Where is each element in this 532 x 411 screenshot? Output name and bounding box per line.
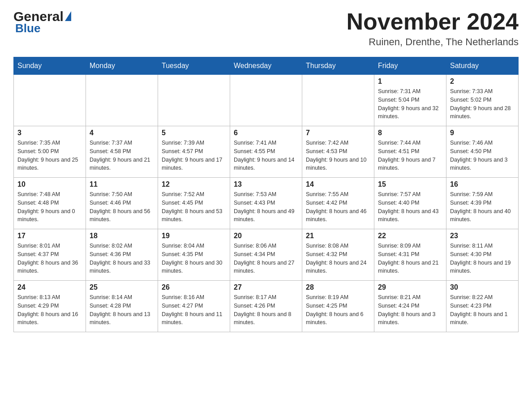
day-info: Sunrise: 7:33 AM Sunset: 5:02 PM Dayligh… bbox=[450, 87, 515, 121]
day-number: 19 bbox=[162, 232, 226, 240]
calendar-cell: 10Sunrise: 7:48 AM Sunset: 4:48 PM Dayli… bbox=[14, 178, 86, 229]
day-number: 10 bbox=[17, 180, 82, 188]
week-row: 10Sunrise: 7:48 AM Sunset: 4:48 PM Dayli… bbox=[14, 178, 519, 229]
day-number: 6 bbox=[234, 129, 298, 137]
day-info: Sunrise: 8:11 AM Sunset: 4:30 PM Dayligh… bbox=[450, 242, 515, 275]
calendar-cell: 27Sunrise: 8:17 AM Sunset: 4:26 PM Dayli… bbox=[230, 281, 302, 332]
day-info: Sunrise: 7:42 AM Sunset: 4:53 PM Dayligh… bbox=[306, 139, 370, 172]
calendar-cell: 3Sunrise: 7:35 AM Sunset: 5:00 PM Daylig… bbox=[14, 126, 86, 178]
day-of-week-header: Monday bbox=[86, 57, 158, 75]
logo: General Blue bbox=[13, 9, 71, 35]
calendar-cell bbox=[302, 75, 374, 126]
day-info: Sunrise: 7:35 AM Sunset: 5:00 PM Dayligh… bbox=[17, 139, 82, 172]
day-of-week-header: Saturday bbox=[446, 57, 519, 75]
calendar-cell: 18Sunrise: 8:02 AM Sunset: 4:36 PM Dayli… bbox=[86, 229, 158, 281]
calendar-cell bbox=[86, 75, 158, 126]
day-number: 26 bbox=[162, 283, 226, 291]
day-number: 7 bbox=[306, 129, 370, 137]
calendar-cell: 25Sunrise: 8:14 AM Sunset: 4:28 PM Dayli… bbox=[86, 281, 158, 332]
calendar-cell: 20Sunrise: 8:06 AM Sunset: 4:34 PM Dayli… bbox=[230, 229, 302, 281]
day-number: 29 bbox=[378, 283, 442, 291]
day-number: 15 bbox=[378, 180, 442, 188]
day-number: 28 bbox=[306, 283, 370, 291]
day-number: 5 bbox=[162, 129, 226, 137]
day-number: 30 bbox=[450, 283, 515, 291]
day-number: 24 bbox=[17, 283, 82, 291]
calendar-cell: 9Sunrise: 7:46 AM Sunset: 4:50 PM Daylig… bbox=[446, 126, 519, 178]
day-info: Sunrise: 8:06 AM Sunset: 4:34 PM Dayligh… bbox=[234, 242, 298, 275]
calendar-cell: 15Sunrise: 7:57 AM Sunset: 4:40 PM Dayli… bbox=[374, 178, 446, 229]
day-number: 20 bbox=[234, 232, 298, 240]
day-info: Sunrise: 8:09 AM Sunset: 4:31 PM Dayligh… bbox=[378, 242, 442, 275]
day-info: Sunrise: 7:46 AM Sunset: 4:50 PM Dayligh… bbox=[450, 139, 515, 172]
calendar-cell: 5Sunrise: 7:39 AM Sunset: 4:57 PM Daylig… bbox=[158, 126, 230, 178]
day-info: Sunrise: 8:17 AM Sunset: 4:26 PM Dayligh… bbox=[234, 293, 298, 327]
day-info: Sunrise: 8:21 AM Sunset: 4:24 PM Dayligh… bbox=[378, 293, 442, 327]
day-number: 25 bbox=[90, 283, 154, 291]
calendar-cell: 4Sunrise: 7:37 AM Sunset: 4:58 PM Daylig… bbox=[86, 126, 158, 178]
day-number: 2 bbox=[450, 77, 515, 86]
calendar-cell bbox=[14, 75, 86, 126]
day-info: Sunrise: 7:57 AM Sunset: 4:40 PM Dayligh… bbox=[378, 190, 442, 224]
day-info: Sunrise: 8:08 AM Sunset: 4:32 PM Dayligh… bbox=[306, 242, 370, 275]
calendar-cell: 7Sunrise: 7:42 AM Sunset: 4:53 PM Daylig… bbox=[302, 126, 374, 178]
day-info: Sunrise: 7:37 AM Sunset: 4:58 PM Dayligh… bbox=[90, 139, 154, 172]
calendar-cell: 21Sunrise: 8:08 AM Sunset: 4:32 PM Dayli… bbox=[302, 229, 374, 281]
month-title: November 2024 bbox=[347, 9, 519, 34]
week-row: 17Sunrise: 8:01 AM Sunset: 4:37 PM Dayli… bbox=[14, 229, 519, 281]
day-number: 16 bbox=[450, 180, 515, 188]
day-info: Sunrise: 8:14 AM Sunset: 4:28 PM Dayligh… bbox=[90, 293, 154, 327]
day-number: 17 bbox=[17, 232, 82, 240]
page-header: General Blue November 2024 Ruinen, Drent… bbox=[13, 9, 519, 48]
day-info: Sunrise: 7:44 AM Sunset: 4:51 PM Dayligh… bbox=[378, 139, 442, 172]
day-of-week-header: Tuesday bbox=[158, 57, 230, 75]
logo-blue-text: Blue bbox=[15, 21, 40, 35]
day-number: 18 bbox=[90, 232, 154, 240]
day-number: 3 bbox=[17, 129, 82, 137]
day-number: 14 bbox=[306, 180, 370, 188]
day-info: Sunrise: 7:55 AM Sunset: 4:42 PM Dayligh… bbox=[306, 190, 370, 224]
day-of-week-header: Thursday bbox=[302, 57, 374, 75]
day-of-week-header: Friday bbox=[374, 57, 446, 75]
calendar-cell: 8Sunrise: 7:44 AM Sunset: 4:51 PM Daylig… bbox=[374, 126, 446, 178]
logo-triangle-icon bbox=[65, 11, 71, 21]
location-title: Ruinen, Drenthe, The Netherlands bbox=[347, 36, 519, 48]
calendar-cell bbox=[230, 75, 302, 126]
day-number: 13 bbox=[234, 180, 298, 188]
day-info: Sunrise: 7:59 AM Sunset: 4:39 PM Dayligh… bbox=[450, 190, 515, 224]
day-number: 22 bbox=[378, 232, 442, 240]
day-info: Sunrise: 7:52 AM Sunset: 4:45 PM Dayligh… bbox=[162, 190, 226, 224]
day-info: Sunrise: 8:16 AM Sunset: 4:27 PM Dayligh… bbox=[162, 293, 226, 327]
calendar-cell: 17Sunrise: 8:01 AM Sunset: 4:37 PM Dayli… bbox=[14, 229, 86, 281]
day-info: Sunrise: 8:01 AM Sunset: 4:37 PM Dayligh… bbox=[17, 242, 82, 275]
day-of-week-header: Sunday bbox=[14, 57, 86, 75]
day-info: Sunrise: 7:48 AM Sunset: 4:48 PM Dayligh… bbox=[17, 190, 82, 224]
day-info: Sunrise: 8:02 AM Sunset: 4:36 PM Dayligh… bbox=[90, 242, 154, 275]
day-info: Sunrise: 8:04 AM Sunset: 4:35 PM Dayligh… bbox=[162, 242, 226, 275]
day-number: 8 bbox=[378, 129, 442, 137]
calendar-header-row: SundayMondayTuesdayWednesdayThursdayFrid… bbox=[14, 57, 519, 75]
calendar-cell bbox=[158, 75, 230, 126]
day-info: Sunrise: 8:22 AM Sunset: 4:23 PM Dayligh… bbox=[450, 293, 515, 327]
day-number: 9 bbox=[450, 129, 515, 137]
calendar-cell: 26Sunrise: 8:16 AM Sunset: 4:27 PM Dayli… bbox=[158, 281, 230, 332]
calendar-cell: 1Sunrise: 7:31 AM Sunset: 5:04 PM Daylig… bbox=[374, 75, 446, 126]
day-info: Sunrise: 7:31 AM Sunset: 5:04 PM Dayligh… bbox=[378, 87, 442, 121]
calendar-cell: 13Sunrise: 7:53 AM Sunset: 4:43 PM Dayli… bbox=[230, 178, 302, 229]
day-number: 1 bbox=[378, 77, 442, 86]
calendar-cell: 19Sunrise: 8:04 AM Sunset: 4:35 PM Dayli… bbox=[158, 229, 230, 281]
day-number: 27 bbox=[234, 283, 298, 291]
calendar-cell: 6Sunrise: 7:41 AM Sunset: 4:55 PM Daylig… bbox=[230, 126, 302, 178]
day-of-week-header: Wednesday bbox=[230, 57, 302, 75]
calendar-table: SundayMondayTuesdayWednesdayThursdayFrid… bbox=[13, 57, 519, 332]
calendar-cell: 28Sunrise: 8:19 AM Sunset: 4:25 PM Dayli… bbox=[302, 281, 374, 332]
day-number: 4 bbox=[90, 129, 154, 137]
day-number: 12 bbox=[162, 180, 226, 188]
calendar-cell: 12Sunrise: 7:52 AM Sunset: 4:45 PM Dayli… bbox=[158, 178, 230, 229]
day-number: 23 bbox=[450, 232, 515, 240]
day-info: Sunrise: 7:41 AM Sunset: 4:55 PM Dayligh… bbox=[234, 139, 298, 172]
day-info: Sunrise: 7:53 AM Sunset: 4:43 PM Dayligh… bbox=[234, 190, 298, 224]
week-row: 1Sunrise: 7:31 AM Sunset: 5:04 PM Daylig… bbox=[14, 75, 519, 126]
calendar-cell: 11Sunrise: 7:50 AM Sunset: 4:46 PM Dayli… bbox=[86, 178, 158, 229]
day-number: 21 bbox=[306, 232, 370, 240]
